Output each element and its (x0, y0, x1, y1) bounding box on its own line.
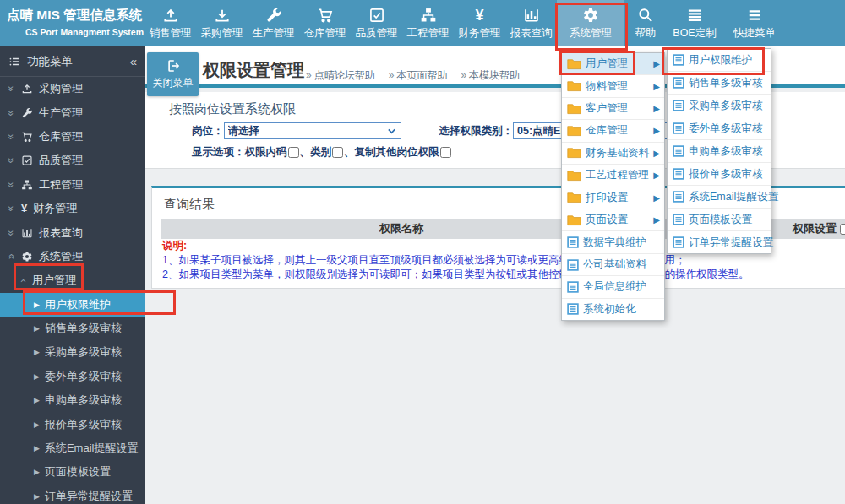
chevron-up-icon: » (6, 252, 16, 261)
nav-quality[interactable]: 品质管理 (351, 0, 402, 46)
nav-engineering[interactable]: 工程管理 (402, 0, 454, 46)
triangle-right-icon: ▶ (34, 372, 40, 381)
menu-item-warehouse-management[interactable]: 仓库管理▶ (562, 120, 664, 142)
nav-boe-custom[interactable]: BOE定制 (667, 0, 722, 46)
menu-item-company-basic-data[interactable]: 公司基础资料 (562, 254, 664, 276)
submenu-arrow-icon: ▶ (653, 171, 660, 180)
permission-code-checkbox[interactable] (288, 147, 299, 158)
form-row-options: 显示选项： 权限内码 、 类别 、 复制其他岗位权限 (192, 145, 452, 160)
document-icon (673, 145, 684, 157)
top-bar: 点晴 MIS 管理信息系统 CS Port Managment System 销… (0, 0, 845, 46)
wrench-icon (265, 7, 282, 24)
menu-item-global-info[interactable]: 全局信息维护 (562, 276, 664, 298)
menu-item-print-settings[interactable]: 打印设置▶ (562, 187, 664, 209)
submenu-item-outsourcing-order-multilevel-audit[interactable]: 委外单多级审核 (668, 117, 771, 140)
sidebar-item-page-template-settings[interactable]: ▶页面模板设置 (0, 460, 145, 484)
document-icon (673, 168, 684, 180)
chevron-down-icon: » (6, 229, 16, 237)
menu-item-system-init[interactable]: 系统初始化 (562, 299, 664, 320)
submenu-item-page-template-settings[interactable]: 页面模板设置 (668, 209, 771, 231)
check-square-icon (368, 7, 385, 24)
option-category-label: 类别 (310, 145, 331, 160)
folder-icon (567, 147, 581, 159)
folder-icon (567, 103, 581, 115)
submenu-item-system-email-reminder-settings[interactable]: 系统Email提醒设置 (668, 186, 771, 209)
close-menu-button[interactable]: 关闭菜单 (147, 52, 199, 96)
sidebar-item-order-exception-reminder-settings[interactable]: ▶订单异常提醒设置 (0, 485, 145, 504)
triangle-right-icon: ▶ (34, 492, 40, 501)
upload-icon (162, 7, 179, 24)
submenu-item-requisition-multilevel-audit[interactable]: 申购单多级审核 (668, 140, 771, 163)
sidebar-item-system-email-reminder-settings[interactable]: ▶系统Email提醒设置 (0, 436, 145, 460)
chevron-down-icon: » (6, 109, 16, 117)
column-permission-setting: 权限设置 (793, 219, 845, 239)
nav-purchase[interactable]: 采购管理 (196, 0, 248, 46)
menu-item-finance-basic-data[interactable]: 财务基础资料▶ (562, 143, 664, 165)
menu-item-process-management[interactable]: 工艺过程管理▶ (562, 165, 664, 187)
sidebar-item-requisition-multilevel-audit[interactable]: ▶申购单多级审核 (0, 388, 145, 412)
option-copy-permission-label: 复制其他岗位权限 (355, 145, 439, 160)
sitemap-icon (420, 7, 437, 24)
exit-icon (166, 58, 181, 73)
sidebar-item-user-permission-maintenance[interactable]: ▶用户权限维护 (0, 293, 145, 317)
document-icon (673, 54, 684, 66)
submenu-item-order-exception-reminder-settings[interactable]: 订单异常提醒设置 (668, 231, 771, 253)
nav-production[interactable]: 生产管理 (248, 0, 299, 46)
nav-quick-menu[interactable]: 快捷菜单 (722, 0, 787, 46)
submenu-item-purchase-order-multilevel-audit[interactable]: 采购单多级审核 (668, 95, 771, 117)
submenu-item-sales-order-multilevel-audit[interactable]: 销售单多级审核 (668, 72, 771, 95)
nav-help[interactable]: 帮助 (624, 0, 667, 46)
triangle-right-icon: ▶ (34, 468, 40, 476)
chevron-down-icon: » (6, 181, 16, 189)
sidebar-item-user-management[interactable]: ›用户管理 (0, 268, 145, 292)
menu-item-customer-management[interactable]: 客户管理▶ (562, 98, 664, 120)
copy-other-job-permission-checkbox[interactable] (440, 147, 451, 158)
breadcrumb-page-help[interactable]: »本页面帮助 (389, 68, 448, 83)
sidebar-item-purchase[interactable]: »采购管理 (0, 77, 145, 100)
folder-icon (567, 58, 581, 70)
nav-finance[interactable]: ¥财务管理 (454, 0, 505, 46)
submenu-item-user-permission-maintenance[interactable]: 用户权限维护 (668, 49, 771, 72)
cart-icon (317, 7, 334, 24)
nav-warehouse[interactable]: 仓库管理 (299, 0, 351, 46)
sidebar-item-sales-order-multilevel-audit[interactable]: ▶销售单多级审核 (0, 317, 145, 340)
submenu-item-quotation-multilevel-audit[interactable]: 报价单多级审核 (668, 163, 771, 186)
sidebar-item-quotation-multilevel-audit[interactable]: ▶报价单多级审核 (0, 412, 145, 436)
menu-item-data-dictionary[interactable]: 数据字典维护 (562, 231, 664, 253)
menu-item-material-management[interactable]: 物料管理▶ (562, 75, 664, 97)
document-icon (673, 214, 684, 225)
breadcrumb: »点晴论坛帮助 »本页面帮助 »本模块帮助 (306, 68, 520, 83)
sidebar-item-production[interactable]: »生产管理 (0, 100, 145, 124)
sidebar-item-purchase-order-multilevel-audit[interactable]: ▶采购单多级审核 (0, 340, 145, 364)
menu-item-page-settings[interactable]: 页面设置▶ (562, 209, 664, 231)
form-section-title: 按照岗位设置系统权限 (169, 101, 296, 117)
sidebar-item-quality[interactable]: »品质管理 (0, 149, 145, 172)
sidebar-item-system[interactable]: »系统管理 (0, 245, 145, 268)
sidebar-item-engineering[interactable]: »工程管理 (0, 173, 145, 197)
category-checkbox[interactable] (332, 147, 343, 158)
select-all-checkbox[interactable] (840, 224, 845, 235)
nav-reports[interactable]: 报表查询 (505, 0, 557, 46)
sidebar-item-reports[interactable]: »报表查询 (0, 220, 145, 244)
sidebar-item-outsourcing-order-multilevel-audit[interactable]: ▶委外单多级审核 (0, 365, 145, 388)
bar-chart-icon (21, 227, 33, 239)
nav-sales[interactable]: 销售管理 (144, 0, 196, 46)
folder-icon (567, 170, 581, 182)
app-subtitle: CS Port Managment System (25, 27, 144, 37)
submenu-arrow-icon: ▶ (653, 59, 660, 68)
sidebar-item-warehouse[interactable]: »仓库管理 (0, 125, 145, 149)
document-icon (567, 281, 579, 293)
sidebar-item-finance[interactable]: »¥财务管理 (0, 197, 145, 220)
triangle-right-icon: ▶ (34, 396, 40, 404)
breadcrumb-forum-help[interactable]: »点晴论坛帮助 (306, 68, 375, 83)
collapse-sidebar-icon[interactable]: « (130, 54, 137, 68)
triangle-right-icon: ▶ (34, 301, 40, 309)
download-icon (214, 7, 231, 24)
document-icon (673, 77, 684, 89)
nav-system[interactable]: 系统管理 (557, 0, 624, 46)
submenu-arrow-icon: ▶ (653, 193, 660, 203)
job-select[interactable]: 请选择 (224, 122, 401, 139)
breadcrumb-module-help[interactable]: »本模块帮助 (461, 68, 520, 83)
menu-item-user-management[interactable]: 用户管理▶ (562, 53, 664, 75)
document-icon (567, 303, 579, 315)
